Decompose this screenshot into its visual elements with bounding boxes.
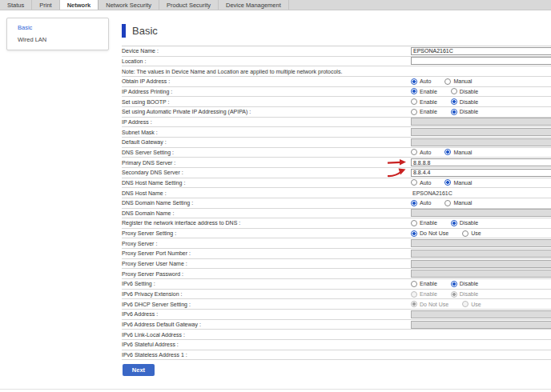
- secondary-dns-serverinput[interactable]: [411, 169, 551, 177]
- row-label: IPv6 Stateful Address :: [122, 342, 411, 347]
- row-label: Set using Automatic Private IP Addressin…: [122, 109, 411, 114]
- table-row: Register the network interface address t…: [122, 218, 551, 229]
- row-value: [411, 239, 551, 247]
- table-row: DNS Server Setting :AutoManual: [122, 148, 551, 158]
- ip-address-printingradio-group: EnableDisable: [411, 88, 478, 94]
- tab-network[interactable]: Network: [60, 0, 99, 10]
- ipv6-address-default-gatewayinput: [411, 321, 551, 329]
- radio-option-label: Enable: [420, 291, 437, 297]
- radio-unselected-icon: [411, 149, 417, 155]
- radio-option-disable[interactable]: Disable: [451, 109, 478, 115]
- main-content: Basic Device Name :Location :Note: The v…: [122, 24, 551, 376]
- row-label-text: Proxy Server User Name :: [122, 261, 187, 266]
- radio-option-manual[interactable]: Manual: [444, 78, 472, 85]
- device-nameinput[interactable]: [411, 47, 551, 55]
- radio-option-label: Enable: [420, 89, 437, 94]
- row-value: AutoManual: [411, 78, 551, 85]
- radio-option-do-not-use[interactable]: Do Not Use: [411, 230, 448, 237]
- tab-network-security[interactable]: Network Security: [99, 0, 159, 10]
- radio-option-label: Auto: [420, 200, 431, 206]
- row-label: Location :: [122, 58, 411, 64]
- radio-option-auto[interactable]: Auto: [411, 78, 431, 85]
- table-row: IP Address Printing :EnableDisable: [122, 87, 551, 98]
- radio-option-enable[interactable]: Enable: [411, 281, 437, 287]
- row-value: Do Not UseUse: [411, 301, 551, 307]
- locationinput[interactable]: [411, 57, 551, 65]
- note-text: Note: The values in Device Name and Loca…: [122, 69, 342, 74]
- table-row: Obtain IP Address :AutoManual: [122, 77, 551, 87]
- table-row: IPv6 Link-Local Address :: [122, 330, 551, 340]
- tab-device-management[interactable]: Device Management: [219, 0, 289, 10]
- table-row: IPv6 Address Default Gateway :: [122, 320, 551, 330]
- radio-option-enable[interactable]: Enable: [411, 88, 437, 94]
- radio-unselected-icon: [462, 301, 469, 307]
- table-row: DNS Host Name Setting :AutoManual: [122, 178, 551, 189]
- row-label-text: Subnet Mask :: [122, 130, 158, 135]
- radio-option-label: Disable: [460, 89, 478, 94]
- table-row: Primary DNS Server :: [122, 158, 551, 168]
- radio-option-manual[interactable]: Manual: [444, 149, 472, 155]
- radio-option-label: Auto: [420, 180, 431, 186]
- row-label: Obtain IP Address :: [122, 78, 411, 84]
- row-value: EnableDisable: [411, 291, 551, 298]
- radio-option-manual[interactable]: Manual: [444, 200, 472, 206]
- row-label: DNS Host Name :: [122, 190, 411, 196]
- row-label-text: Set using BOOTP :: [122, 99, 169, 105]
- radio-selected-icon: [411, 301, 417, 307]
- row-label: Subnet Mask :: [122, 130, 411, 135]
- ipv6-privacy-extensionradio-group: EnableDisable: [411, 291, 478, 298]
- radio-selected-icon: [411, 78, 417, 85]
- tab-product-security[interactable]: Product Security: [159, 0, 219, 10]
- radio-option-use[interactable]: Use: [462, 230, 481, 237]
- sidebar-item-basic[interactable]: Basic: [7, 22, 108, 34]
- radio-selected-icon: [451, 291, 457, 298]
- row-label-text: DNS Domain Name :: [122, 210, 174, 216]
- radio-option-manual[interactable]: Manual: [444, 179, 472, 186]
- row-label-text: Primary DNS Server :: [122, 160, 175, 166]
- radio-selected-icon: [411, 200, 417, 206]
- radio-option-auto[interactable]: Auto: [411, 149, 431, 155]
- radio-unselected-icon: [411, 220, 417, 226]
- table-row: Subnet Mask :: [122, 127, 551, 138]
- dns-domain-nameinput: [411, 209, 551, 217]
- next-button[interactable]: Next: [123, 364, 155, 376]
- radio-option-disable[interactable]: Disable: [451, 220, 478, 226]
- radio-option-enable[interactable]: Enable: [411, 109, 437, 115]
- radio-option-label: Enable: [420, 109, 437, 114]
- row-label: DNS Host Name Setting :: [122, 180, 411, 186]
- sidebar-item-wired-lan[interactable]: Wired LAN: [7, 34, 108, 46]
- tab-print[interactable]: Print: [32, 0, 59, 10]
- radio-option-enable[interactable]: Enable: [411, 98, 437, 105]
- radio-option-disable[interactable]: Disable: [451, 98, 478, 105]
- radio-unselected-icon: [411, 281, 417, 287]
- radio-option-enable[interactable]: Enable: [411, 220, 437, 226]
- dns-host-name-settingradio-group: AutoManual: [411, 179, 472, 186]
- radio-option-do-not-use: Do Not Use: [411, 301, 448, 307]
- row-label-text: IPv6 Setting :: [122, 281, 155, 286]
- row-value: [411, 321, 551, 329]
- primary-dns-serverinput[interactable]: [411, 158, 551, 166]
- row-label: DNS Domain Name :: [122, 210, 411, 216]
- table-row: IPv6 Privacy Extension :EnableDisable: [122, 290, 551, 300]
- row-label: IPv6 Privacy Extension :: [122, 291, 411, 297]
- row-label-text: DNS Host Name Setting :: [122, 180, 185, 186]
- row-label-text: IPv6 DHCP Server Setting :: [122, 302, 191, 307]
- table-row: DNS Domain Name Setting :AutoManual: [122, 198, 551, 209]
- radio-option-disable[interactable]: Disable: [451, 281, 478, 287]
- radio-option-auto[interactable]: Auto: [411, 200, 431, 206]
- ip-addressinput: [411, 118, 551, 126]
- row-label-text: IPv6 Privacy Extension :: [122, 291, 182, 297]
- tab-status[interactable]: Status: [0, 0, 32, 10]
- radio-option-disable[interactable]: Disable: [451, 88, 478, 94]
- register-the-network-interface-address-to-dnsradio-group: EnableDisable: [411, 220, 478, 226]
- radio-option-enable: Enable: [411, 291, 437, 298]
- table-row: Set using BOOTP :EnableDisable: [122, 97, 551, 107]
- row-value: AutoManual: [411, 200, 551, 206]
- radio-option-auto[interactable]: Auto: [411, 179, 431, 186]
- row-value: Do Not UseUse: [411, 230, 551, 237]
- default-gatewayinput: [411, 138, 551, 146]
- row-label-text: Proxy Server Setting :: [122, 230, 176, 236]
- set-using-bootpradio-group: EnableDisable: [411, 98, 478, 105]
- radio-option-label: Manual: [453, 78, 472, 84]
- row-label: Proxy Server Port Number :: [122, 250, 411, 256]
